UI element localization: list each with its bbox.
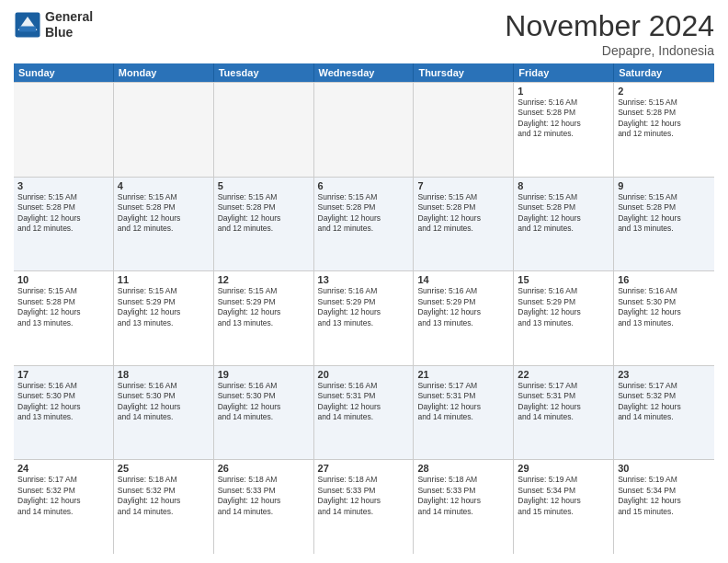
calendar-cell: [214, 83, 314, 177]
calendar-cell: 3Sunrise: 5:15 AMSunset: 5:28 PMDaylight…: [14, 178, 114, 271]
calendar-cell: 27Sunrise: 5:18 AMSunset: 5:33 PMDayligh…: [314, 460, 415, 554]
calendar-row: 10Sunrise: 5:15 AMSunset: 5:28 PMDayligh…: [14, 271, 714, 366]
calendar-cell: 7Sunrise: 5:15 AMSunset: 5:28 PMDaylight…: [414, 178, 514, 271]
cell-info-line: and 12 minutes.: [218, 224, 310, 234]
cell-info-line: Sunset: 5:29 PM: [118, 297, 210, 307]
cell-info-line: and 13 minutes.: [417, 318, 509, 328]
cell-info-line: Sunrise: 5:16 AM: [518, 286, 609, 296]
day-number: 27: [318, 463, 410, 474]
cell-info-line: Daylight: 12 hours: [318, 213, 410, 224]
cell-info-line: Sunset: 5:33 PM: [318, 486, 410, 496]
cell-info-line: Daylight: 12 hours: [417, 496, 509, 506]
cell-info-line: Daylight: 12 hours: [218, 307, 310, 317]
calendar-cell: 23Sunrise: 5:17 AMSunset: 5:32 PMDayligh…: [614, 366, 714, 460]
cell-info-line: Sunset: 5:29 PM: [218, 297, 310, 307]
cell-info-line: Sunset: 5:31 PM: [318, 391, 410, 401]
logo-text: General Blue: [45, 9, 93, 40]
cell-info-line: Sunset: 5:28 PM: [17, 297, 109, 307]
calendar-cell: 20Sunrise: 5:16 AMSunset: 5:31 PMDayligh…: [314, 366, 415, 460]
cell-info-line: Sunrise: 5:15 AM: [618, 98, 711, 108]
cell-info-line: Sunrise: 5:15 AM: [218, 192, 310, 202]
cell-info-line: Sunrise: 5:17 AM: [17, 475, 109, 485]
cell-info-line: and 15 minutes.: [618, 507, 711, 517]
calendar-cell: 13Sunrise: 5:16 AMSunset: 5:29 PMDayligh…: [314, 271, 415, 365]
cell-info-line: Sunrise: 5:15 AM: [518, 192, 609, 202]
cell-info-line: Sunset: 5:28 PM: [417, 202, 509, 213]
cell-info-line: Sunrise: 5:18 AM: [318, 475, 410, 485]
cell-info-line: and 14 minutes.: [518, 412, 609, 422]
cell-info-line: and 14 minutes.: [417, 507, 509, 517]
cell-info-line: Daylight: 12 hours: [618, 402, 711, 412]
cell-info-line: Sunrise: 5:16 AM: [318, 381, 410, 391]
cell-info-line: Sunset: 5:32 PM: [618, 391, 711, 401]
cell-info-line: Daylight: 12 hours: [417, 213, 509, 224]
cell-info-line: Sunrise: 5:18 AM: [118, 475, 210, 485]
calendar-header: SundayMondayTuesdayWednesdayThursdayFrid…: [14, 63, 714, 82]
cell-info-line: and 13 minutes.: [318, 318, 410, 328]
cell-info-line: and 13 minutes.: [17, 412, 109, 422]
cell-info-line: Daylight: 12 hours: [318, 496, 410, 506]
calendar-cell: 25Sunrise: 5:18 AMSunset: 5:32 PMDayligh…: [114, 460, 214, 554]
cell-info-line: Sunset: 5:31 PM: [417, 391, 509, 401]
cell-info-line: Sunset: 5:28 PM: [17, 202, 109, 213]
calendar-cell: 2Sunrise: 5:15 AMSunset: 5:28 PMDaylight…: [614, 83, 714, 177]
cell-info-line: Sunset: 5:28 PM: [218, 202, 310, 213]
cell-info-line: Daylight: 12 hours: [318, 307, 410, 317]
cell-info-line: and 13 minutes.: [618, 318, 711, 328]
cell-info-line: Sunrise: 5:15 AM: [618, 192, 711, 202]
logo-line2: Blue: [45, 25, 93, 40]
cell-info-line: Sunrise: 5:15 AM: [218, 286, 310, 296]
cell-info-line: Daylight: 12 hours: [518, 402, 609, 412]
cell-info-line: and 14 minutes.: [118, 507, 210, 517]
calendar-cell: 29Sunrise: 5:19 AMSunset: 5:34 PMDayligh…: [514, 460, 614, 554]
calendar-cell: 21Sunrise: 5:17 AMSunset: 5:31 PMDayligh…: [414, 366, 514, 460]
cell-info-line: Sunset: 5:30 PM: [118, 391, 210, 401]
calendar-cell: 24Sunrise: 5:17 AMSunset: 5:32 PMDayligh…: [14, 460, 114, 554]
cell-info-line: Daylight: 12 hours: [17, 496, 109, 506]
day-number: 13: [318, 274, 410, 285]
day-number: 7: [417, 180, 509, 191]
weekday-header: Friday: [514, 63, 614, 82]
cell-info-line: Daylight: 12 hours: [318, 402, 410, 412]
calendar-row: 17Sunrise: 5:16 AMSunset: 5:30 PMDayligh…: [14, 366, 714, 461]
cell-info-line: Daylight: 12 hours: [17, 307, 109, 317]
day-number: 21: [417, 369, 509, 380]
cell-info-line: and 14 minutes.: [318, 412, 410, 422]
day-number: 22: [518, 369, 609, 380]
calendar-body: 1Sunrise: 5:16 AMSunset: 5:28 PMDaylight…: [14, 82, 714, 554]
day-number: 3: [17, 180, 109, 191]
weekday-header: Sunday: [14, 63, 114, 82]
cell-info-line: Daylight: 12 hours: [518, 496, 609, 506]
cell-info-line: Sunset: 5:29 PM: [518, 297, 609, 307]
calendar-cell: 11Sunrise: 5:15 AMSunset: 5:29 PMDayligh…: [114, 271, 214, 365]
logo: General Blue: [14, 9, 93, 40]
cell-info-line: Sunset: 5:28 PM: [318, 202, 410, 213]
weekday-header: Tuesday: [214, 63, 314, 82]
cell-info-line: Sunrise: 5:16 AM: [17, 381, 109, 391]
cell-info-line: Sunrise: 5:15 AM: [17, 286, 109, 296]
cell-info-line: and 14 minutes.: [318, 507, 410, 517]
cell-info-line: Daylight: 12 hours: [118, 402, 210, 412]
day-number: 24: [17, 463, 109, 474]
cell-info-line: Daylight: 12 hours: [218, 402, 310, 412]
day-number: 6: [318, 180, 410, 191]
cell-info-line: Sunset: 5:31 PM: [518, 391, 609, 401]
cell-info-line: Sunset: 5:28 PM: [518, 108, 609, 118]
calendar-cell: 17Sunrise: 5:16 AMSunset: 5:30 PMDayligh…: [14, 366, 114, 460]
calendar-cell: 12Sunrise: 5:15 AMSunset: 5:29 PMDayligh…: [214, 271, 314, 365]
cell-info-line: and 12 minutes.: [518, 129, 609, 139]
cell-info-line: Sunset: 5:29 PM: [318, 297, 410, 307]
cell-info-line: Sunset: 5:28 PM: [518, 202, 609, 213]
day-number: 16: [618, 274, 711, 285]
cell-info-line: and 14 minutes.: [218, 507, 310, 517]
day-number: 20: [318, 369, 410, 380]
cell-info-line: and 14 minutes.: [417, 412, 509, 422]
title-block: November 2024 Depapre, Indonesia: [505, 9, 714, 58]
cell-info-line: and 14 minutes.: [618, 412, 711, 422]
cell-info-line: and 12 minutes.: [518, 224, 609, 234]
day-number: 28: [417, 463, 509, 474]
calendar-cell: 16Sunrise: 5:16 AMSunset: 5:30 PMDayligh…: [614, 271, 714, 365]
cell-info-line: Sunrise: 5:18 AM: [417, 475, 509, 485]
day-number: 9: [618, 180, 711, 191]
cell-info-line: Daylight: 12 hours: [518, 119, 609, 129]
